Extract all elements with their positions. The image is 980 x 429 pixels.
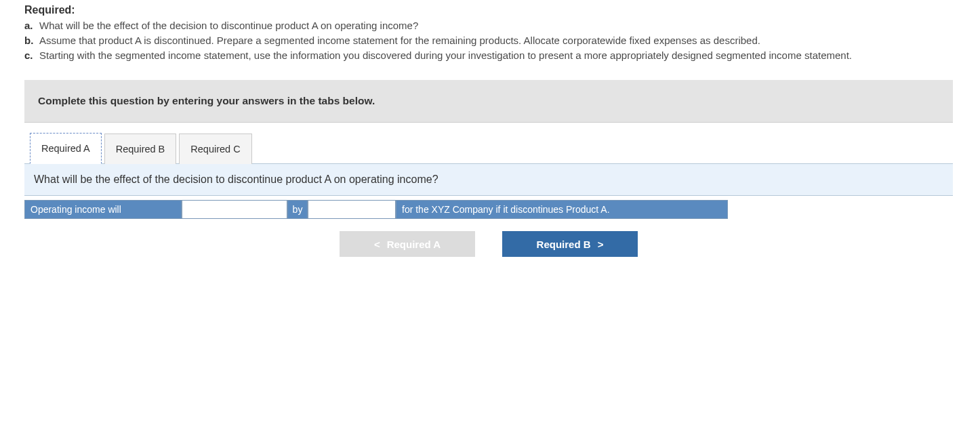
required-letter: a. — [24, 19, 39, 33]
required-text: Starting with the segmented income state… — [39, 49, 980, 62]
prev-button-label: Required A — [387, 239, 441, 250]
answer-amount-cell — [308, 200, 396, 219]
tab-required-c[interactable]: Required C — [179, 134, 251, 164]
required-title: Required: — [24, 3, 980, 18]
prev-button[interactable]: < Required A — [340, 231, 475, 257]
instruction-bar: Complete this question by entering your … — [24, 80, 953, 123]
answer-panel: Complete this question by entering your … — [24, 80, 953, 257]
tab-label: Required A — [41, 143, 90, 154]
page-root: Required: a. What will be the effect of … — [0, 0, 980, 257]
required-letter: c. — [24, 49, 39, 62]
answer-tail-label: for the XYZ Company if it discontinues P… — [396, 200, 728, 219]
tabs-row: Required A Required B Required C — [24, 132, 953, 164]
answer-lead-label: Operating income will — [24, 200, 182, 219]
tab-label: Required B — [116, 144, 165, 155]
required-item-c: c. Starting with the segmented income st… — [24, 49, 980, 62]
required-item-a: a. What will be the effect of the decisi… — [24, 19, 980, 33]
answer-by-label: by — [287, 200, 308, 219]
answer-direction-select[interactable] — [182, 201, 287, 218]
answer-amount-input[interactable] — [308, 201, 395, 218]
answer-direction-cell — [182, 200, 287, 219]
question-bar: What will be the effect of the decision … — [24, 164, 953, 196]
chevron-left-icon: < — [374, 239, 380, 250]
required-letter: b. — [24, 34, 39, 47]
tab-label: Required C — [190, 144, 240, 155]
answer-row: Operating income will by for the XYZ Com… — [24, 200, 953, 219]
required-block: Required: a. What will be the effect of … — [0, 3, 980, 62]
required-item-b: b. Assume that product A is discontinued… — [24, 34, 980, 47]
nav-row: < Required A Required B > — [24, 231, 953, 257]
tab-required-b[interactable]: Required B — [104, 134, 177, 164]
required-text: Assume that product A is discontinued. P… — [39, 34, 980, 47]
tab-required-a[interactable]: Required A — [30, 133, 102, 164]
next-button[interactable]: Required B > — [502, 231, 638, 257]
chevron-right-icon: > — [598, 239, 604, 250]
next-button-label: Required B — [537, 239, 591, 250]
required-text: What will be the effect of the decision … — [39, 19, 980, 33]
